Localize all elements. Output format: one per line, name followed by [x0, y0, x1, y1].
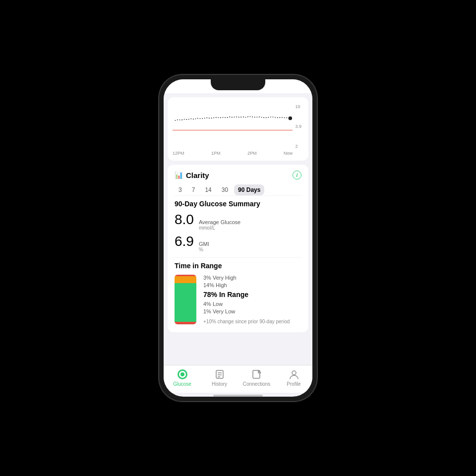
legend-very-low: 1% Very Low: [203, 308, 301, 314]
tab-3[interactable]: 3: [175, 184, 186, 195]
tab-90[interactable]: 90 Days: [234, 184, 264, 195]
x-label-now: Now: [284, 151, 293, 156]
legend-very-high: 3% Very High: [203, 275, 301, 281]
svg-point-0: [289, 117, 292, 120]
gmi-value: 6.9: [175, 234, 194, 249]
tab-30[interactable]: 30: [218, 184, 232, 195]
tab-history-label: History: [212, 381, 227, 387]
chart-area: 10 3.9 2: [173, 104, 301, 149]
chart-bar-icon: 📊: [175, 171, 183, 179]
clarity-header: 📊 Clarity i: [175, 171, 301, 179]
avg-glucose-unit: mmol/L: [199, 225, 240, 231]
legend-low: 4% Low: [203, 301, 301, 307]
glucose-line-chart: [173, 104, 293, 139]
tab-glucose-label: Glucose: [173, 381, 191, 387]
history-icon: [214, 368, 226, 380]
clarity-card: 📊 Clarity i 3 7 14 30 90 Days 90-Day Glu…: [168, 165, 308, 332]
tab-14[interactable]: 14: [201, 184, 215, 195]
y-label-bot: 2: [295, 144, 301, 149]
svg-point-9: [292, 371, 296, 375]
low-threshold-line: [173, 130, 293, 130]
avg-glucose-value: 8.0: [175, 212, 194, 228]
gmi-label: GMI: [199, 241, 209, 247]
bar-high: [175, 276, 196, 283]
scroll-content: 10 3.9 2 12PM 1PM 2PM: [164, 93, 312, 365]
legend-in-range: 78% In Range: [203, 291, 301, 298]
y-label-top: 10: [295, 104, 301, 109]
home-indicator: [213, 395, 263, 397]
phone-screen: 10 3.9 2 12PM 1PM 2PM: [164, 79, 312, 397]
tab-profile[interactable]: Profile: [275, 368, 312, 387]
gmi-row: 6.9 GMI %: [175, 234, 301, 252]
clarity-title: Clarity: [186, 171, 209, 179]
bar-in-range: [175, 283, 196, 322]
glucose-chart-card: 10 3.9 2 12PM 1PM 2PM: [168, 97, 308, 161]
bar-very-low: [175, 324, 196, 324]
tab-history[interactable]: History: [201, 368, 238, 387]
tab-connections[interactable]: Connections: [238, 368, 275, 387]
x-label-1pm: 1PM: [211, 151, 221, 156]
tab-glucose[interactable]: Glucose: [164, 368, 201, 387]
y-label-mid: 3.9: [295, 124, 301, 129]
tir-title: Time in Range: [175, 262, 301, 270]
tir-section: Time in Range 3% Very High: [175, 257, 301, 326]
avg-glucose-info: Average Glucose mmol/L: [199, 219, 240, 231]
glucose-icon: [177, 368, 188, 380]
avg-glucose-label: Average Glucose: [199, 219, 240, 225]
profile-icon: [288, 368, 300, 380]
summary-title: 90-Day Glucose Summary: [175, 200, 301, 208]
svg-point-3: [180, 372, 184, 376]
tab-connections-label: Connections: [243, 381, 271, 387]
svg-rect-8: [253, 370, 260, 378]
avg-glucose-row: 8.0 Average Glucose mmol/L: [175, 212, 301, 231]
x-label-2pm: 2PM: [247, 151, 257, 156]
phone-frame: 10 3.9 2 12PM 1PM 2PM: [159, 74, 317, 402]
tab-7[interactable]: 7: [188, 184, 199, 195]
legend-high: 14% High: [203, 282, 301, 288]
x-label-12pm: 12PM: [173, 151, 184, 156]
tir-change: +10% change since prior 90-day period: [203, 319, 301, 324]
info-icon[interactable]: i: [293, 171, 301, 179]
chart-x-labels: 12PM 1PM 2PM Now: [173, 151, 301, 156]
chart-y-labels: 10 3.9 2: [295, 104, 301, 149]
gmi-unit: %: [199, 247, 209, 252]
tab-bar: Glucose History: [164, 365, 312, 393]
gmi-info: GMI %: [199, 241, 209, 252]
tir-content: 3% Very High 14% High 78% In Range 4% Lo…: [175, 275, 301, 324]
summary-section: 90-Day Glucose Summary 8.0 Average Gluco…: [175, 195, 301, 257]
notch: [211, 79, 265, 90]
tir-legend: 3% Very High 14% High 78% In Range 4% Lo…: [203, 275, 301, 324]
clarity-title-row: 📊 Clarity: [175, 171, 209, 179]
tir-bar: [175, 275, 196, 324]
connections-icon: [251, 368, 263, 380]
day-tabs: 3 7 14 30 90 Days: [175, 184, 301, 195]
tab-profile-label: Profile: [287, 381, 300, 387]
